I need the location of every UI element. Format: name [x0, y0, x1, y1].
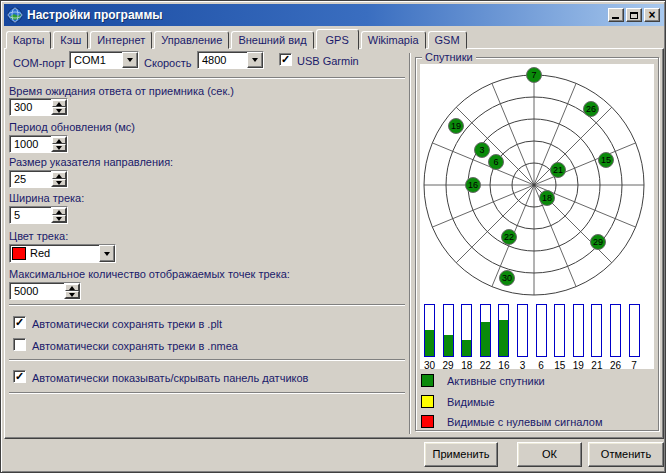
signal-bar-21	[591, 304, 602, 357]
spin-up-button[interactable]	[52, 172, 66, 179]
chevron-down-icon	[252, 58, 258, 62]
save-nmea-label: Автоматически сохранять треки в .nmea	[32, 340, 238, 352]
app-icon	[7, 7, 23, 23]
separator	[9, 304, 405, 306]
satellite-6: 6	[489, 155, 504, 170]
timeout-label: Время ожидания ответа от приемника (сек.…	[9, 85, 234, 97]
svg-text:16: 16	[468, 180, 478, 190]
spin-down-icon	[56, 146, 62, 150]
save-plt-checkbox[interactable]: ✓	[13, 316, 26, 329]
spin-down-button[interactable]	[52, 144, 66, 151]
separator	[9, 77, 405, 79]
track-color-swatch	[12, 247, 26, 260]
refresh-label: Период обновления (мс)	[9, 121, 135, 133]
svg-text:3: 3	[479, 145, 484, 155]
tab-internet[interactable]: Интернет	[90, 31, 152, 49]
satellite-22: 22	[502, 230, 517, 245]
svg-text:22: 22	[504, 232, 514, 242]
minimize-button[interactable]	[608, 8, 624, 22]
pointer-size-spinner[interactable]: 25	[9, 170, 68, 188]
speed-label: Скорость	[144, 57, 192, 69]
spin-up-button[interactable]	[52, 137, 66, 144]
separator	[9, 359, 405, 361]
spin-down-button[interactable]	[52, 215, 66, 222]
tab-maps[interactable]: Карты	[6, 31, 51, 49]
minimize-icon	[612, 17, 619, 19]
usb-garmin-label: USB Garmin	[297, 55, 359, 67]
usb-garmin-checkbox[interactable]: ✓	[279, 53, 292, 66]
legend-swatch-active	[421, 374, 434, 387]
refresh-value: 1000	[10, 136, 51, 152]
signal-bar-15	[554, 304, 565, 357]
spin-up-icon	[56, 139, 62, 143]
cancel-button[interactable]: Отменить	[588, 442, 664, 467]
spin-down-icon	[56, 217, 62, 221]
spin-up-button[interactable]	[52, 100, 66, 107]
legend-label-active: Активные спутники	[447, 375, 545, 387]
satellite-3: 3	[475, 143, 490, 158]
legend-row-active: Активные спутники	[421, 374, 653, 389]
timeout-spinner[interactable]: 300	[9, 98, 68, 116]
sensors-panel-checkbox[interactable]: ✓	[13, 370, 26, 383]
speed-select[interactable]: 4800	[197, 51, 264, 69]
com-port-dropdown-button[interactable]	[122, 52, 138, 68]
spin-down-icon	[56, 181, 62, 185]
tab-control[interactable]: Управление	[154, 31, 229, 49]
max-points-spinner[interactable]: 5000	[9, 282, 81, 300]
spin-up-button[interactable]	[52, 208, 66, 215]
refresh-spinner[interactable]: 1000	[9, 135, 68, 153]
track-color-label: Цвет трека:	[9, 230, 68, 242]
save-nmea-checkbox[interactable]	[13, 338, 26, 351]
spin-down-icon	[56, 109, 62, 113]
spin-down-button[interactable]	[65, 291, 79, 298]
spin-down-button[interactable]	[52, 107, 66, 114]
separator	[9, 392, 405, 394]
timeout-value: 300	[10, 99, 51, 115]
legend-label-zero-signal: Видимые с нулевым сигналом	[447, 416, 603, 428]
satellites-group-title: Спутники	[422, 51, 476, 63]
satellite-19: 19	[449, 119, 464, 134]
legend-swatch-zero-signal	[421, 415, 434, 428]
satellite-30: 30	[500, 271, 515, 286]
satellite-7: 7	[527, 68, 542, 83]
signal-bars-chart: 302918221636151921267	[420, 304, 654, 369]
satellites-plot-panel: 726193621151618222930 302918221636151921…	[420, 64, 654, 369]
window-title: Настройки программы	[27, 8, 163, 22]
tab-wikimapia[interactable]: Wikimapia	[361, 31, 426, 49]
svg-text:6: 6	[493, 157, 498, 167]
tab-gsm[interactable]: GSM	[428, 31, 467, 49]
spin-down-button[interactable]	[52, 179, 66, 186]
track-color-dropdown-button[interactable]	[99, 245, 115, 262]
track-color-select[interactable]: Red	[9, 244, 116, 263]
ok-button[interactable]: ОК	[517, 442, 582, 467]
titlebar[interactable]: Настройки программы ×	[4, 4, 664, 26]
signal-bar-26	[610, 304, 621, 357]
apply-button[interactable]: Применить	[424, 442, 498, 467]
legend-swatch-visible	[421, 395, 434, 408]
tab-gps[interactable]: GPS	[316, 29, 359, 50]
track-width-value: 5	[10, 207, 51, 223]
satellite-15: 15	[599, 153, 614, 168]
track-width-spinner[interactable]: 5	[9, 206, 68, 224]
speed-dropdown-button[interactable]	[247, 52, 263, 68]
close-button[interactable]: ×	[644, 8, 660, 22]
com-port-select[interactable]: COM1	[69, 51, 139, 69]
maximize-button[interactable]	[626, 8, 642, 22]
spin-up-icon	[69, 286, 75, 290]
com-port-label: COM-порт	[13, 57, 65, 69]
pointer-size-label: Размер указателя направления:	[9, 156, 173, 168]
signal-bar-7	[629, 304, 640, 357]
svg-text:15: 15	[601, 155, 611, 165]
signal-bar-19	[573, 304, 584, 357]
spin-down-icon	[69, 293, 75, 297]
signal-bar-3	[517, 304, 528, 357]
chevron-down-icon	[104, 252, 110, 256]
signal-bar-6	[536, 304, 547, 357]
tab-cache[interactable]: Кэш	[53, 31, 88, 49]
tab-appearance[interactable]: Внешний вид	[231, 31, 313, 49]
svg-text:30: 30	[502, 273, 512, 283]
svg-text:26: 26	[586, 104, 596, 114]
satellite-skyplot: 726193621151618222930	[420, 64, 654, 304]
spin-up-button[interactable]	[65, 284, 79, 291]
tab-bar: Карты Кэш Интернет Управление Внешний ви…	[6, 28, 469, 49]
